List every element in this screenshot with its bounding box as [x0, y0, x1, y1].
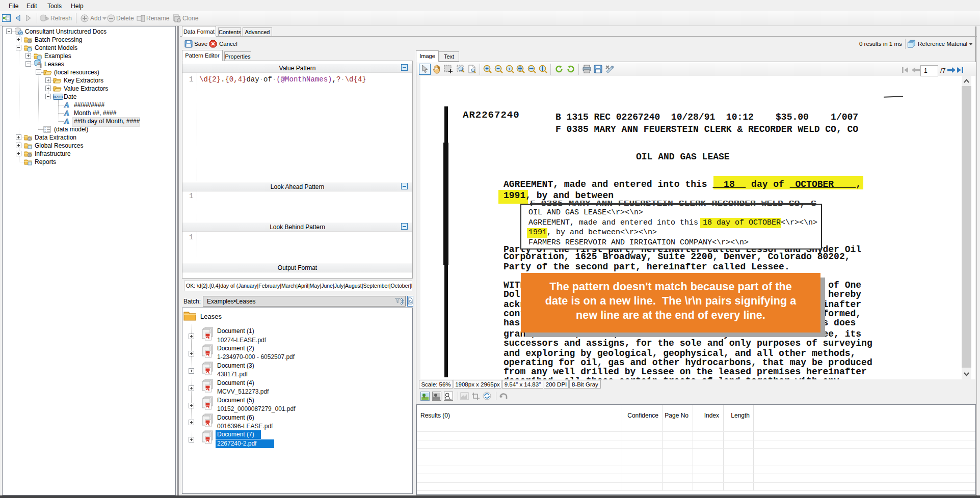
svg-text:A: A [64, 118, 69, 125]
svg-text:1: 1 [508, 67, 511, 71]
svg-text:A: A [64, 109, 69, 117]
svg-text:0723: 0723 [54, 95, 63, 99]
svg-text:A: A [64, 101, 69, 108]
